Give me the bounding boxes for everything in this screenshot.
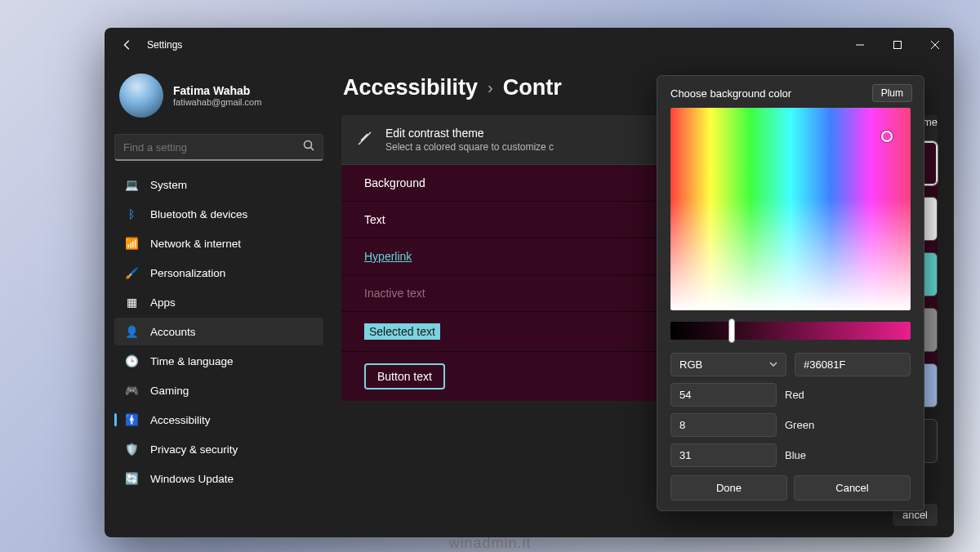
nav-accounts[interactable]: 👤Accounts	[114, 318, 323, 345]
search-input[interactable]	[123, 141, 303, 154]
color-mode-value: RGB	[679, 358, 702, 371]
back-button[interactable]	[116, 33, 139, 56]
nav-label: Accessibility	[150, 414, 211, 426]
color-mode-select[interactable]: RGB	[670, 353, 786, 376]
profile-email: fatiwahab@gmail.com	[173, 97, 261, 107]
gradient-cursor[interactable]	[881, 131, 893, 142]
nav-label: Time & language	[150, 355, 234, 367]
color-picker-popup: Choose background color Plum RGB #36081F…	[657, 75, 924, 511]
green-input[interactable]: 8	[670, 413, 777, 437]
svg-line-5	[311, 148, 314, 151]
nav-apps[interactable]: ▦Apps	[114, 288, 323, 316]
theme-row-label: Text	[364, 213, 385, 226]
slider-thumb[interactable]	[728, 318, 735, 343]
chevron-down-icon	[769, 358, 777, 371]
blue-input[interactable]: 31	[670, 443, 777, 467]
apps-icon: ▦	[124, 295, 139, 309]
edit-theme-subtitle: Select a colored square to customize c	[385, 141, 554, 153]
search-icon	[303, 140, 314, 154]
edit-theme-title: Edit contrast theme	[385, 127, 554, 140]
avatar	[119, 73, 163, 118]
profile-name: Fatima Wahab	[173, 84, 261, 97]
color-gradient[interactable]	[670, 108, 911, 310]
green-label: Green	[785, 419, 814, 431]
hex-input[interactable]: #36081F	[795, 353, 911, 376]
chevron-right-icon: ›	[488, 78, 493, 97]
svg-rect-1	[894, 42, 902, 49]
settings-window: Settings Fatima Wahab fatiwahab@gmail.co…	[105, 28, 954, 537]
color-name-tooltip: Plum	[872, 84, 912, 102]
nav-label: Windows Update	[150, 473, 234, 485]
watermark-text: winadmin.it	[448, 535, 531, 552]
nav-network[interactable]: 📶Network & internet	[114, 229, 323, 257]
theme-row-label: Hyperlink	[364, 250, 412, 263]
nav-list: 💻System ᛒBluetooth & devices 📶Network & …	[114, 171, 323, 492]
time-icon: 🕒	[124, 354, 139, 368]
theme-row-label: Inactive text	[364, 287, 425, 300]
nav-label: Network & internet	[150, 238, 241, 250]
nav-label: Bluetooth & devices	[150, 208, 247, 220]
bluetooth-icon: ᛒ	[124, 207, 139, 221]
window-controls	[841, 33, 954, 57]
red-input[interactable]: 54	[670, 383, 777, 407]
nav-time-language[interactable]: 🕒Time & language	[114, 347, 323, 375]
close-button[interactable]	[916, 33, 954, 57]
blue-label: Blue	[785, 449, 806, 461]
network-icon: 📶	[124, 236, 139, 251]
nav-privacy[interactable]: 🛡️Privacy & security	[114, 435, 323, 463]
breadcrumb-parent[interactable]: Accessibility	[343, 75, 478, 100]
accounts-icon: 👤	[124, 324, 139, 339]
privacy-icon: 🛡️	[124, 442, 139, 456]
nav-bluetooth[interactable]: ᛒBluetooth & devices	[114, 200, 323, 228]
minimize-button[interactable]	[841, 33, 879, 57]
value-slider[interactable]	[670, 322, 911, 340]
done-button[interactable]: Done	[670, 475, 787, 501]
system-icon: 💻	[124, 177, 139, 192]
nav-system[interactable]: 💻System	[114, 171, 323, 198]
theme-row-label: Selected text	[364, 323, 440, 340]
nav-label: Accounts	[150, 326, 196, 338]
theme-row-label: Button text	[364, 363, 445, 390]
paint-icon	[356, 129, 374, 150]
personalization-icon: 🖌️	[124, 265, 139, 280]
sidebar: Fatima Wahab fatiwahab@gmail.com 💻System…	[105, 62, 333, 537]
nav-label: System	[150, 179, 187, 191]
theme-row-label: Background	[364, 176, 425, 189]
cancel-button[interactable]: Cancel	[794, 475, 911, 501]
nav-windows-update[interactable]: 🔄Windows Update	[114, 465, 323, 492]
nav-personalization[interactable]: 🖌️Personalization	[114, 259, 323, 287]
nav-accessibility[interactable]: 🚹Accessibility	[114, 406, 323, 434]
breadcrumb-current: Contr	[503, 75, 562, 100]
nav-label: Privacy & security	[150, 443, 238, 456]
nav-gaming[interactable]: 🎮Gaming	[114, 376, 323, 404]
accessibility-icon: 🚹	[124, 412, 139, 427]
window-title: Settings	[147, 39, 182, 51]
nav-label: Apps	[150, 296, 176, 309]
red-label: Red	[785, 389, 804, 401]
svg-point-4	[305, 141, 312, 149]
profile-block[interactable]: Fatima Wahab fatiwahab@gmail.com	[114, 70, 323, 129]
search-box[interactable]	[114, 134, 323, 161]
titlebar: Settings	[105, 28, 954, 62]
nav-label: Personalization	[150, 267, 225, 279]
gaming-icon: 🎮	[124, 383, 139, 398]
update-icon: 🔄	[124, 471, 139, 486]
nav-label: Gaming	[150, 385, 189, 397]
maximize-button[interactable]	[879, 33, 916, 57]
